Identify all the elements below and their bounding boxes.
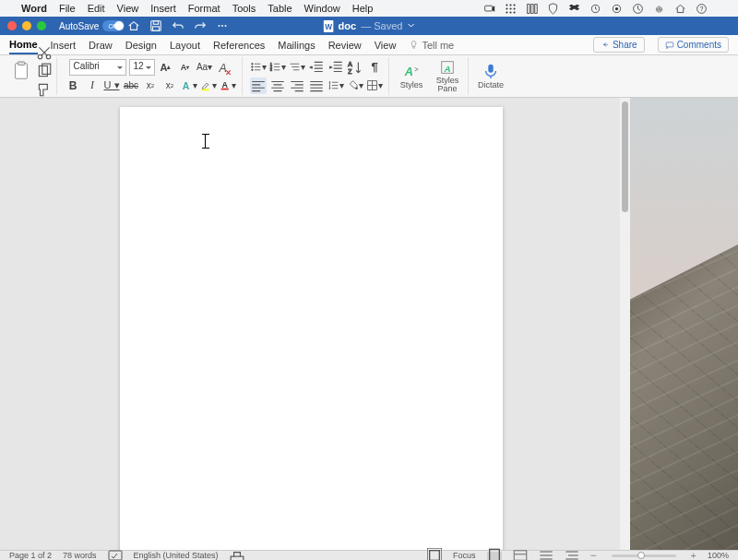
zoom-slider[interactable] <box>612 554 676 557</box>
dropbox-icon[interactable] <box>568 3 580 15</box>
show-marks-button[interactable]: ¶ <box>366 59 383 76</box>
strike-button[interactable]: abc <box>123 77 139 94</box>
underline-button[interactable]: U ▾ <box>103 77 120 94</box>
undo-qa-icon[interactable] <box>172 19 184 32</box>
accessibility-icon[interactable] <box>230 552 244 560</box>
home-icon[interactable] <box>674 3 686 15</box>
print-layout-icon[interactable] <box>487 552 502 560</box>
tab-design[interactable]: Design <box>125 37 157 54</box>
clear-format-button[interactable]: A <box>216 59 232 76</box>
svg-point-3 <box>514 4 516 6</box>
moon-icon[interactable] <box>717 3 729 15</box>
sort-button[interactable]: AZ <box>347 59 363 76</box>
page[interactable] <box>120 107 503 550</box>
document-title[interactable]: W doc — Saved <box>324 20 415 32</box>
tab-mailings[interactable]: Mailings <box>278 37 315 54</box>
dictate-button[interactable]: Dictate <box>474 58 507 95</box>
align-right-button[interactable] <box>289 77 305 94</box>
word-count[interactable]: 78 words <box>63 551 97 560</box>
tab-layout[interactable]: Layout <box>170 37 200 54</box>
dec-indent-button[interactable] <box>308 59 325 76</box>
copy-button[interactable] <box>36 63 53 79</box>
app-name[interactable]: Word <box>21 3 47 14</box>
tab-references[interactable]: References <box>213 37 265 54</box>
subscript-button[interactable]: x2 <box>142 77 159 94</box>
styles-button[interactable]: A Styles <box>395 58 428 95</box>
inc-indent-button[interactable] <box>327 59 344 76</box>
menu-table[interactable]: Table <box>268 3 292 14</box>
tab-insert[interactable]: Insert <box>51 37 77 54</box>
autosave-toggle[interactable]: AutoSave ON <box>59 20 118 31</box>
align-center-button[interactable] <box>269 77 286 94</box>
menu-tools[interactable]: Tools <box>232 3 256 14</box>
change-case-button[interactable]: Aa▾ <box>196 59 213 76</box>
vertical-scrollbar[interactable] <box>620 98 630 550</box>
focus-label[interactable]: Focus <box>453 551 476 560</box>
menu-insert[interactable]: Insert <box>150 3 176 14</box>
text-effects-button[interactable]: A▾ <box>181 77 197 94</box>
columns-icon[interactable] <box>526 3 538 15</box>
record-icon[interactable] <box>611 3 623 15</box>
close-button[interactable] <box>7 21 17 30</box>
zoom-out[interactable]: − <box>590 549 597 560</box>
font-family-select[interactable]: Calibri <box>69 59 126 76</box>
paste-button[interactable] <box>9 58 33 84</box>
help-icon[interactable]: ? <box>696 3 708 15</box>
format-painter-button[interactable] <box>36 81 53 98</box>
density-icon[interactable] <box>505 3 517 15</box>
justify-button[interactable] <box>308 77 325 94</box>
menu-edit[interactable]: Edit <box>88 3 105 14</box>
tab-draw[interactable]: Draw <box>89 37 113 54</box>
clock-icon[interactable] <box>632 3 644 15</box>
highlight-button[interactable]: ▾ <box>200 77 217 94</box>
more-qa-icon[interactable] <box>216 19 229 32</box>
focus-icon[interactable] <box>427 552 442 560</box>
menu-view[interactable]: View <box>117 3 139 14</box>
line-spacing-button[interactable]: ▾ <box>327 77 344 94</box>
minimize-button[interactable] <box>22 21 31 30</box>
language[interactable]: English (United States) <box>134 551 219 560</box>
redo-qa-icon[interactable] <box>194 19 207 32</box>
italic-button[interactable]: I <box>84 77 101 94</box>
zoom-level[interactable]: 100% <box>708 551 729 560</box>
borders-button[interactable]: ▾ <box>366 77 383 94</box>
save-qa-icon[interactable] <box>149 19 162 32</box>
tell-me[interactable]: Tell me <box>409 40 454 51</box>
zoom-knob[interactable] <box>637 552 645 559</box>
share-button[interactable]: Share <box>593 37 645 53</box>
scroll-thumb[interactable] <box>622 101 628 212</box>
styles-pane-button[interactable]: A Styles Pane <box>431 58 464 95</box>
tab-view[interactable]: View <box>375 37 397 54</box>
bullets-button[interactable]: ▾ <box>250 59 267 76</box>
numbering-button[interactable]: 123▾ <box>269 59 286 76</box>
zoom-in[interactable]: + <box>691 550 696 560</box>
cut-button[interactable] <box>36 44 53 61</box>
menu-help[interactable]: Help <box>352 3 374 14</box>
tab-review[interactable]: Review <box>328 37 362 54</box>
outline-icon[interactable] <box>539 552 554 560</box>
font-size-select[interactable]: 12 <box>129 59 155 76</box>
fingerprint-icon[interactable] <box>653 3 665 15</box>
spellcheck-icon[interactable] <box>108 552 123 560</box>
bold-button[interactable]: B <box>65 77 81 94</box>
multilevel-button[interactable]: ▾ <box>289 59 305 76</box>
page-indicator[interactable]: Page 1 of 2 <box>9 551 52 560</box>
shading-button[interactable]: ▾ <box>347 77 363 94</box>
bulb-icon <box>409 40 419 50</box>
menu-format[interactable]: Format <box>188 3 220 14</box>
menu-file[interactable]: File <box>59 3 76 14</box>
draft-icon[interactable] <box>565 552 579 560</box>
font-color-button[interactable]: A▾ <box>220 77 236 94</box>
zoom-icon[interactable] <box>483 3 495 15</box>
comments-button[interactable]: Comments <box>658 37 729 53</box>
home-qa-icon[interactable] <box>127 19 140 32</box>
grow-font-button[interactable]: A▴ <box>158 59 174 76</box>
superscript-button[interactable]: x2 <box>161 77 178 94</box>
maximize-button[interactable] <box>37 21 46 30</box>
sync-icon[interactable] <box>589 3 601 15</box>
web-layout-icon[interactable] <box>513 552 528 560</box>
shrink-font-button[interactable]: A▾ <box>177 59 194 76</box>
shield-icon[interactable] <box>547 3 559 15</box>
menu-window[interactable]: Window <box>304 3 340 14</box>
align-left-button[interactable] <box>250 77 267 94</box>
